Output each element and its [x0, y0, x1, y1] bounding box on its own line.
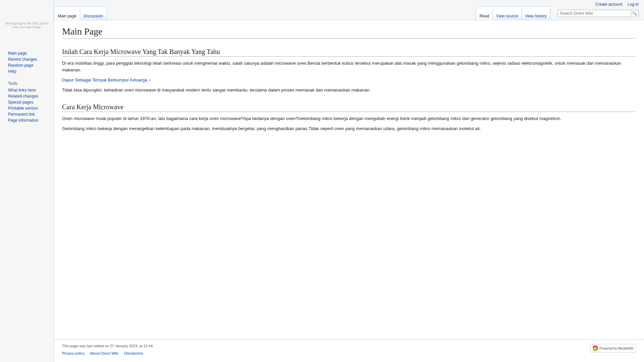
mediawiki-flower-icon — [593, 346, 598, 351]
tools-portal: Tools What links here Related changes Sp… — [0, 81, 54, 127]
tools-heading: Tools — [8, 81, 50, 86]
page-content: Main Page Inilah Cara Kerja Microwave Ya… — [54, 20, 644, 340]
section-1-heading: Inilah Cara Kerja Microwave Yang Tak Ban… — [62, 48, 636, 57]
section-2-paragraph-1: Oven microwave mulai populer di tahun 19… — [62, 115, 636, 122]
logo-placeholder[interactable]: Set $wgLogo to the URL path to your own … — [0, 0, 54, 50]
footer-about-link[interactable]: About Direct Wiki — [90, 351, 118, 355]
tab-main-page[interactable]: Main page — [54, 6, 80, 20]
top-strip: Create account Log in Main page Discussi… — [54, 0, 644, 20]
footer-disclaimers-link[interactable]: Disclaimers — [124, 351, 143, 355]
section-1-paragraph-2: Tidak bisa dipungkiri, kehadiran oven mi… — [62, 87, 636, 94]
nav-random-page[interactable]: Random page — [8, 63, 33, 68]
content-area: Create account Log in Main page Discussi… — [54, 0, 644, 362]
section-2-heading: Cara Kerja Microwave — [62, 103, 636, 112]
search-box: 🔍 — [557, 10, 639, 17]
view-tabs: Read View source View history — [476, 6, 550, 20]
search-go-button[interactable]: 🔍 — [631, 10, 639, 17]
navigation-portal: Main page Recent changes Random page Hel… — [0, 50, 54, 78]
tool-printable-version[interactable]: Printable version — [8, 106, 38, 111]
search-icon: 🔍 — [632, 11, 637, 16]
tab-discussion[interactable]: Discussion — [80, 6, 107, 20]
tool-page-information[interactable]: Page information — [8, 118, 39, 123]
section-2-paragraph-2: Gelombang mikro bekerja dengan menargetk… — [62, 125, 636, 132]
tool-related-changes[interactable]: Related changes — [8, 94, 38, 99]
search-input[interactable] — [557, 10, 631, 17]
tab-read[interactable]: Read — [476, 6, 493, 20]
create-account-link[interactable]: Create account — [595, 2, 623, 7]
footer-privacy-link[interactable]: Privacy policy — [62, 351, 85, 355]
section-1-paragraph-1: Di era mobilitas tinggi, para penggiat t… — [62, 60, 636, 73]
external-link-dapur[interactable]: Dapur Sebagai Tempat Berkumpul Keluarga — [62, 77, 151, 82]
nav-recent-changes[interactable]: Recent changes — [8, 57, 37, 62]
mediawiki-badge[interactable]: Powered by MediaWiki — [590, 344, 636, 353]
nav-main-page[interactable]: Main page — [8, 51, 27, 56]
footer: This page was last edited on 27 January … — [54, 340, 644, 362]
tab-view-history[interactable]: View history — [522, 6, 550, 20]
tool-special-pages[interactable]: Special pages — [8, 100, 33, 105]
mediawiki-badge-label: Powered by MediaWiki — [599, 347, 634, 350]
nav-help[interactable]: Help — [8, 69, 16, 74]
tool-permanent-link[interactable]: Permanent link — [8, 112, 35, 117]
tab-view-source[interactable]: View source — [492, 6, 522, 20]
logo-hint-text: Set $wgLogo to the URL path to your own … — [3, 21, 50, 29]
footer-lastmod: This page was last edited on 27 January … — [62, 344, 154, 348]
sidebar: Set $wgLogo to the URL path to your own … — [0, 0, 54, 362]
namespace-tabs: Main page Discussion — [54, 6, 106, 20]
tool-what-links-here[interactable]: What links here — [8, 88, 36, 93]
page-title: Main Page — [62, 26, 636, 39]
log-in-link[interactable]: Log in — [628, 2, 639, 7]
personal-tools: Create account Log in — [591, 2, 639, 7]
